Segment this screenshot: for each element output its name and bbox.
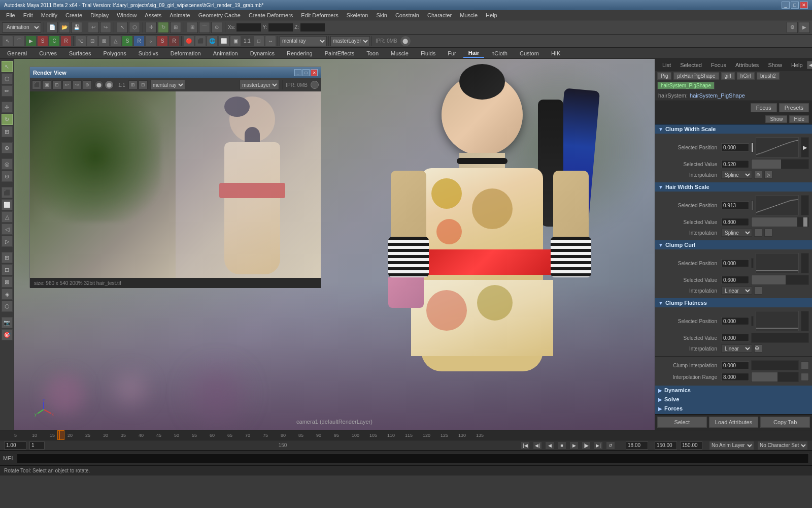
ir-input[interactable]	[721, 373, 749, 381]
submenu-curves[interactable]: Curves	[34, 49, 62, 57]
menu-display[interactable]: Display	[86, 11, 113, 19]
layer-dropdown[interactable]: masterLayer	[330, 36, 370, 46]
menu-window[interactable]: Window	[113, 11, 141, 19]
tool-16[interactable]: ⊠	[2, 276, 13, 288]
toolbar-icon-2[interactable]: ⌒	[14, 36, 25, 47]
menu-create[interactable]: Create	[61, 11, 86, 19]
z-field[interactable]	[300, 23, 325, 32]
toolbar-icon-c[interactable]: C	[49, 36, 60, 47]
cc-expand-btn[interactable]	[801, 253, 809, 273]
toolbar-icon-7[interactable]: △	[110, 36, 121, 47]
pb-range-end[interactable]	[680, 441, 702, 450]
close-button[interactable]: ✕	[800, 2, 808, 9]
hws-btn1[interactable]	[754, 229, 762, 237]
submenu-rendering[interactable]: Rendering	[282, 49, 318, 57]
toolbar-icon-4[interactable]: ⌥	[75, 36, 86, 47]
timeline-ruler[interactable]: 5 10 15 20 25 30 35 40 45 50 55 60 65 70…	[14, 430, 655, 440]
ae-node-brush[interactable]: brush2	[757, 72, 780, 80]
ci-slider[interactable]	[751, 360, 799, 370]
section-solve[interactable]: ▶ Solve	[655, 395, 812, 404]
cf-pos-slider[interactable]	[751, 316, 754, 326]
rv-btn-2[interactable]: ▣	[42, 80, 51, 89]
ae-tab-list[interactable]: List	[658, 61, 675, 69]
ae-presets-btn[interactable]: Presets	[779, 103, 809, 112]
submenu-general[interactable]: General	[2, 49, 32, 57]
ae-tab-attributes[interactable]: Attributes	[731, 61, 763, 69]
ae-node-pfx[interactable]: pfxHairPigShape	[673, 72, 719, 80]
select-btn[interactable]: ↖	[117, 22, 128, 33]
toolbar-icon-9[interactable]: 🔴	[183, 36, 194, 47]
menu-help[interactable]: Help	[482, 11, 501, 19]
rv-flat[interactable]: ⬤	[105, 80, 114, 89]
ae-select-btn[interactable]: Select	[657, 417, 707, 428]
tool-11[interactable]: △	[2, 211, 13, 223]
pb-stop[interactable]: ■	[557, 441, 566, 450]
rv-ipr-btn[interactable]	[311, 81, 319, 89]
submenu-subdivs[interactable]: Subdivs	[133, 49, 163, 57]
cc-val-input[interactable]	[721, 276, 749, 284]
tool-10[interactable]: ⬜	[2, 199, 13, 210]
scale-btn[interactable]: ⊞	[170, 22, 181, 33]
tool-15[interactable]: ⊟	[2, 264, 13, 275]
save-btn[interactable]: 💾	[71, 22, 82, 33]
ci-btn[interactable]	[801, 361, 809, 369]
submenu-dynamics[interactable]: Dynamics	[245, 49, 280, 57]
hws-val-slider[interactable]	[751, 217, 809, 227]
toolbar-icon-14[interactable]: □	[253, 36, 264, 47]
cc-pos-slider[interactable]	[751, 258, 754, 268]
tool-12[interactable]: ◁	[2, 224, 13, 235]
menu-editdef[interactable]: Edit Deformers	[297, 11, 342, 19]
toolbar-icon-10[interactable]: ⬛	[195, 36, 206, 47]
snap-curve-btn[interactable]: ⌒	[199, 22, 210, 33]
ae-node-pig[interactable]: Pig	[657, 72, 671, 80]
cf-interp-select[interactable]: LinearSplineSmooth	[721, 344, 752, 353]
ae-tab-help[interactable]: Help	[787, 61, 807, 69]
rv-renderer-select[interactable]: mental ray	[150, 80, 185, 90]
submenu-fur[interactable]: Fur	[443, 49, 461, 57]
hws-val-input[interactable]	[721, 218, 749, 226]
lasso-tool[interactable]: ⬡	[2, 73, 13, 84]
submenu-fluids[interactable]: Fluids	[416, 49, 441, 57]
menu-modify[interactable]: Modify	[37, 11, 61, 19]
cws-pos-value[interactable]	[721, 143, 749, 151]
menu-animate[interactable]: Animate	[165, 11, 194, 19]
cf-expand-btn[interactable]	[801, 311, 809, 331]
snap-point-btn[interactable]: ⊙	[211, 22, 222, 33]
rv-minimize[interactable]: _	[294, 69, 301, 76]
pb-to-start[interactable]: |◀	[521, 441, 530, 450]
render-btn[interactable]: ▶	[799, 22, 810, 33]
cws-interp-btn[interactable]: ⊕	[754, 171, 762, 179]
minimize-button[interactable]: _	[782, 2, 790, 9]
submenu-animation[interactable]: Animation	[208, 49, 243, 57]
rv-btn-1[interactable]: ⬛	[32, 80, 41, 89]
toolbar-icon-5[interactable]: ⊡	[87, 36, 98, 47]
cf-val-input[interactable]	[721, 334, 749, 342]
menu-geocache[interactable]: Geometry Cache	[194, 11, 245, 19]
toolbar-icon-13[interactable]: ▣	[230, 36, 241, 47]
paint-tool[interactable]: ✏	[2, 85, 13, 97]
ae-node-hgirl[interactable]: hGirl	[737, 72, 755, 80]
rv-btn-6[interactable]: ⊕	[83, 80, 92, 89]
rv-maximize[interactable]: □	[302, 69, 310, 76]
cws-interp-select[interactable]: SplineLinearSmooth	[721, 171, 752, 179]
submenu-surfaces[interactable]: Surfaces	[64, 49, 96, 57]
rv-fit[interactable]: ⊞	[128, 80, 138, 89]
cws-val-slider[interactable]	[751, 159, 809, 169]
ae-node-girl[interactable]: girl	[721, 72, 735, 80]
snap-grid-btn[interactable]: ⊞	[187, 22, 198, 33]
renderer-dropdown[interactable]: mental ray Maya Software Maya Hardware	[280, 36, 327, 46]
rv-close[interactable]: ✕	[311, 69, 318, 76]
tool-17[interactable]: ◈	[2, 289, 13, 300]
toolbar-icon-1[interactable]: ↖	[2, 36, 13, 47]
hws-interp-select[interactable]: SplineLinearSmooth	[721, 229, 752, 237]
toolbar-icon-6[interactable]: ⊠	[98, 36, 110, 47]
section-clump-curl[interactable]: ▼ Clump Curl	[655, 240, 812, 249]
toolbar-icon-12[interactable]: ⬜	[218, 36, 229, 47]
char-set-select[interactable]: No Character Set	[757, 441, 808, 450]
hws-btn2[interactable]	[764, 229, 772, 237]
pb-step-back[interactable]: ◀|	[533, 441, 542, 450]
menu-skeleton[interactable]: Skeleton	[343, 11, 373, 19]
rotate-btn[interactable]: ↻	[158, 22, 169, 33]
section-clump-flatness[interactable]: ▼ Clump Flatness	[655, 298, 812, 307]
tool-20[interactable]: 🎯	[2, 329, 13, 340]
